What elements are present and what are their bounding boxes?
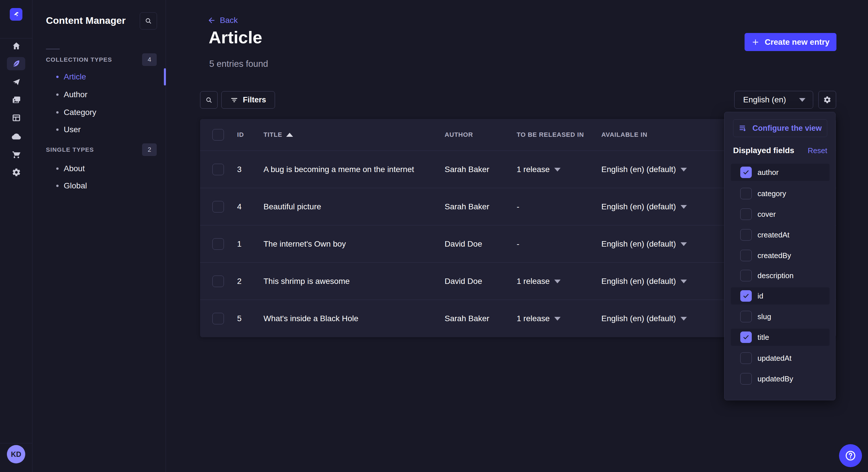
- filters-button[interactable]: Filters: [221, 91, 275, 109]
- sidebar-item-author[interactable]: Author: [46, 87, 155, 103]
- chevron-down-icon[interactable]: [681, 168, 687, 171]
- active-item-indicator: [164, 68, 166, 86]
- sort-ascending-icon: [286, 133, 293, 137]
- bullet-icon: [56, 76, 59, 78]
- field-toggle-updatedBy[interactable]: updatedBy: [731, 370, 830, 387]
- collection-types-badge: 4: [142, 53, 157, 66]
- home-icon[interactable]: [0, 41, 32, 50]
- checkbox-icon[interactable]: [740, 311, 752, 322]
- rail-divider: [0, 38, 32, 38]
- checkbox-checked-icon[interactable]: [740, 332, 752, 343]
- bullet-icon: [56, 129, 59, 131]
- back-link[interactable]: Back: [207, 16, 238, 25]
- checkbox-icon[interactable]: [740, 188, 752, 199]
- strapi-admin-app: KD Content Manager COLLECTION TYPES 4 Ar…: [0, 0, 868, 472]
- checkbox-icon[interactable]: [740, 229, 752, 241]
- field-toggle-description[interactable]: description: [731, 267, 830, 284]
- row-checkbox[interactable]: [212, 164, 224, 175]
- strapi-logo[interactable]: [10, 8, 22, 21]
- create-new-entry-button[interactable]: Create new entry: [745, 33, 836, 51]
- row-checkbox[interactable]: [212, 276, 224, 287]
- field-toggle-author[interactable]: author: [731, 164, 830, 181]
- table-search-button[interactable]: [200, 91, 218, 109]
- column-header-author[interactable]: AUTHOR: [445, 119, 473, 150]
- collection-types-label: COLLECTION TYPES: [46, 56, 112, 63]
- releases-icon[interactable]: [0, 77, 32, 87]
- sidebar-item-article[interactable]: Article: [46, 69, 155, 85]
- chevron-down-icon[interactable]: [554, 279, 561, 283]
- chevron-down-icon: [799, 98, 805, 102]
- content-type-builder-icon[interactable]: [0, 113, 32, 123]
- question-mark-icon: [844, 450, 857, 462]
- plus-icon: [751, 38, 760, 46]
- locale-select[interactable]: English (en): [734, 91, 813, 109]
- checkbox-icon[interactable]: [740, 270, 752, 281]
- field-toggle-slug[interactable]: slug: [731, 308, 830, 325]
- field-toggle-id[interactable]: id: [731, 287, 830, 305]
- bullet-icon: [56, 111, 59, 113]
- gear-icon: [823, 96, 831, 104]
- row-checkbox[interactable]: [212, 313, 224, 324]
- cloud-icon[interactable]: [0, 131, 32, 141]
- view-settings-gear-button[interactable]: [818, 91, 836, 109]
- column-header-released[interactable]: TO BE RELEASED IN: [517, 119, 584, 150]
- field-toggle-createdBy[interactable]: createdBy: [731, 247, 830, 264]
- checkbox-icon[interactable]: [740, 250, 752, 261]
- checkbox-checked-icon[interactable]: [740, 290, 752, 302]
- arrow-left-icon: [207, 16, 216, 25]
- single-types-badge: 2: [142, 143, 157, 156]
- column-header-title[interactable]: TITLE: [264, 119, 293, 150]
- select-all-checkbox[interactable]: [212, 129, 224, 140]
- column-header-available[interactable]: AVAILABLE IN: [601, 119, 647, 150]
- content-manager-icon[interactable]: [7, 57, 25, 70]
- sidebar-search-button[interactable]: [140, 12, 157, 30]
- checkbox-checked-icon[interactable]: [740, 167, 752, 178]
- chevron-down-icon[interactable]: [554, 317, 561, 321]
- bullet-icon: [56, 185, 59, 187]
- bullet-icon: [56, 167, 59, 170]
- displayed-fields-label: Displayed fields: [733, 146, 794, 155]
- row-checkbox[interactable]: [212, 201, 224, 212]
- marketplace-cart-icon[interactable]: [0, 150, 32, 159]
- chevron-down-icon[interactable]: [681, 205, 687, 209]
- filter-icon: [230, 96, 238, 104]
- view-settings-popover: Configure the view Displayed fields Rese…: [724, 112, 836, 400]
- chevron-down-icon[interactable]: [681, 279, 687, 283]
- checkbox-icon[interactable]: [740, 208, 752, 220]
- media-library-icon[interactable]: [0, 95, 32, 104]
- sidebar-item-global[interactable]: Global: [46, 178, 155, 194]
- field-toggle-cover[interactable]: cover: [731, 206, 830, 223]
- page-title: Article: [209, 28, 262, 47]
- configure-list-icon: [739, 124, 747, 133]
- sidebar-item-user[interactable]: User: [46, 122, 155, 138]
- checkbox-icon[interactable]: [740, 352, 752, 364]
- reset-link[interactable]: Reset: [808, 146, 827, 155]
- settings-gear-icon[interactable]: [0, 168, 32, 177]
- entries-count: 5 entries found: [209, 59, 268, 69]
- field-toggle-title[interactable]: title: [731, 329, 830, 346]
- chevron-down-icon[interactable]: [681, 242, 687, 246]
- search-icon: [205, 96, 213, 104]
- help-button[interactable]: [839, 444, 862, 467]
- content-manager-sidebar: Content Manager COLLECTION TYPES 4 Artic…: [32, 0, 166, 472]
- sidebar-divider: [46, 49, 60, 49]
- user-avatar[interactable]: KD: [7, 445, 25, 463]
- rail-bottom-divider: [0, 443, 32, 443]
- single-types-label: SINGLE TYPES: [46, 146, 94, 153]
- sidebar-item-category[interactable]: Category: [46, 104, 155, 121]
- icon-rail: KD: [0, 0, 32, 472]
- sidebar-item-about[interactable]: About: [46, 161, 155, 177]
- row-checkbox[interactable]: [212, 238, 224, 250]
- sidebar-title: Content Manager: [46, 15, 126, 26]
- field-toggle-createdAt[interactable]: createdAt: [731, 226, 830, 243]
- chevron-down-icon[interactable]: [554, 168, 561, 171]
- field-toggle-updatedAt[interactable]: updatedAt: [731, 349, 830, 367]
- configure-view-button[interactable]: Configure the view: [733, 119, 827, 137]
- checkbox-icon[interactable]: [740, 373, 752, 384]
- bullet-icon: [56, 94, 59, 96]
- column-header-id[interactable]: ID: [237, 119, 244, 150]
- chevron-down-icon[interactable]: [681, 317, 687, 321]
- field-toggle-category[interactable]: category: [731, 185, 830, 202]
